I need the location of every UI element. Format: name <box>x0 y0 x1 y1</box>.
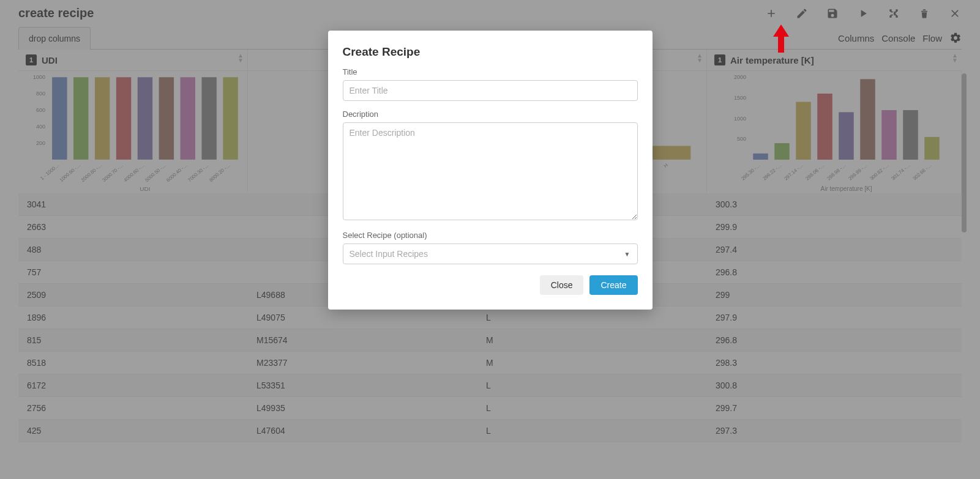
modal-title: Create Recipe <box>343 45 638 59</box>
chevron-down-icon: ▼ <box>624 251 630 258</box>
title-label: Title <box>343 67 638 76</box>
select-recipe-label: Select Recipe (optional) <box>343 231 638 240</box>
create-button[interactable]: Create <box>589 275 637 295</box>
select-recipe-dropdown[interactable]: Select Input Recipes <box>343 243 638 264</box>
create-recipe-modal: Create Recipe Title Decription Select Re… <box>328 31 653 310</box>
close-button[interactable]: Close <box>540 275 584 295</box>
title-input[interactable] <box>343 80 638 101</box>
description-label: Decription <box>343 110 638 119</box>
description-input[interactable] <box>343 122 638 220</box>
annotation-arrow <box>772 24 790 53</box>
